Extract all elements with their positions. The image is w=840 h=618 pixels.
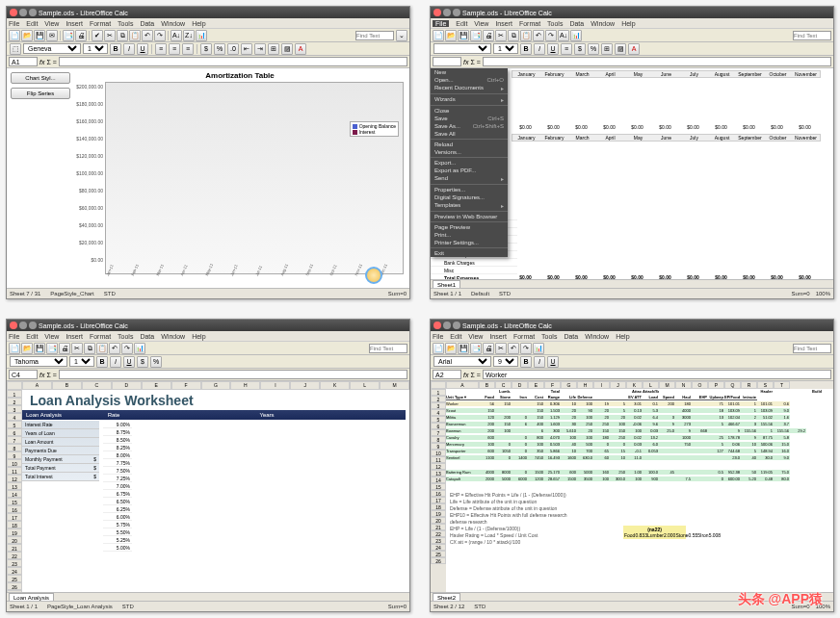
- menu-file[interactable]: File: [9, 20, 19, 27]
- menu-help[interactable]: Help: [621, 20, 635, 27]
- find-input[interactable]: [793, 344, 831, 353]
- italic-icon[interactable]: I: [110, 356, 121, 368]
- table-row[interactable]: Bowman20010063005.610201501501000.0325.0…: [446, 428, 806, 433]
- maximize-icon[interactable]: [453, 322, 460, 329]
- menubar[interactable]: File Edit View Insert Format Tools Data …: [7, 18, 409, 29]
- align-center-icon[interactable]: ≡: [169, 43, 180, 55]
- menu-item[interactable]: SaveCtrl+S: [431, 115, 508, 122]
- menu-window[interactable]: Window: [161, 20, 185, 27]
- redo-icon[interactable]: ↷: [121, 343, 133, 354]
- menu-insert[interactable]: Insert: [66, 333, 83, 340]
- close-icon[interactable]: [10, 322, 17, 329]
- fx-icon[interactable]: fx: [463, 59, 468, 65]
- fontsize-select[interactable]: 9: [493, 356, 518, 367]
- sum-icon[interactable]: Σ: [470, 372, 474, 378]
- menu-data[interactable]: Data: [569, 20, 584, 27]
- pdf-icon[interactable]: 📑: [470, 343, 482, 354]
- chart-plot-area[interactable]: Opening Balance Interest: [105, 82, 404, 274]
- formula-input[interactable]: [483, 370, 831, 379]
- menu-format[interactable]: Format: [519, 20, 540, 27]
- menu-item[interactable]: Send▸: [431, 174, 508, 183]
- maximize-icon[interactable]: [29, 9, 37, 16]
- align-left-icon[interactable]: ≡: [155, 43, 167, 55]
- italic-icon[interactable]: I: [123, 43, 135, 55]
- cut-icon[interactable]: ✂: [495, 30, 507, 41]
- font-select[interactable]: Geneva: [23, 43, 81, 54]
- table-row[interactable]: Mercenary100001000.50340500000.036.07505…: [446, 442, 790, 447]
- italic-icon[interactable]: I: [534, 356, 545, 368]
- loan-inputs-panel[interactable]: Interest RateYears of LoanLoan AmountPay…: [22, 421, 99, 481]
- currency-icon[interactable]: $: [200, 43, 212, 55]
- copy-icon[interactable]: ⧉: [117, 30, 128, 41]
- find-next-icon[interactable]: ⌄: [396, 30, 407, 41]
- menu-item[interactable]: Properties...: [431, 186, 508, 193]
- open-icon[interactable]: 📂: [445, 343, 457, 354]
- fontcolor-icon[interactable]: A: [295, 43, 306, 55]
- chart-icon[interactable]: 📊: [570, 30, 582, 41]
- save-icon[interactable]: 💾: [34, 30, 45, 41]
- cell-reference-input[interactable]: [433, 370, 461, 379]
- sum-icon[interactable]: Σ: [46, 372, 50, 378]
- table-row[interactable]: Sentinel110001400745016.4931600630.06010…: [446, 455, 790, 460]
- menu-format[interactable]: Format: [90, 20, 111, 27]
- menu-data[interactable]: Data: [140, 20, 154, 27]
- minimize-icon[interactable]: [19, 9, 27, 16]
- formula-input[interactable]: [59, 370, 407, 379]
- menu-file[interactable]: File: [433, 20, 449, 27]
- menu-view[interactable]: View: [44, 20, 59, 27]
- menu-window[interactable]: Window: [591, 20, 615, 27]
- menu-item[interactable]: Page Preview: [431, 223, 508, 231]
- print-icon[interactable]: 🖨: [483, 343, 494, 354]
- redo-icon[interactable]: ↷: [520, 343, 532, 354]
- menu-format[interactable]: Format: [90, 333, 111, 340]
- menu-item[interactable]: Reload: [431, 141, 508, 148]
- flip-series-button[interactable]: Flip Series: [11, 88, 70, 99]
- menu-help[interactable]: Help: [192, 20, 205, 27]
- font-select[interactable]: Arial: [433, 356, 491, 367]
- menu-data[interactable]: Data: [564, 333, 578, 340]
- cut-icon[interactable]: ✂: [495, 343, 507, 354]
- titlebar[interactable]: Sample.ods - LibreOffice Calc: [431, 7, 833, 18]
- open-icon[interactable]: 📂: [445, 30, 457, 41]
- menu-view[interactable]: View: [474, 20, 488, 27]
- menu-item[interactable]: Exit: [431, 249, 508, 257]
- bgcolor-icon[interactable]: ▨: [281, 43, 293, 55]
- sheet-tabs-bar[interactable]: Sheet1: [431, 279, 833, 288]
- menu-help[interactable]: Help: [616, 333, 629, 340]
- font-select[interactable]: [433, 43, 491, 54]
- currency-icon[interactable]: $: [137, 356, 148, 368]
- table-row[interactable]: Battering Ram400080000150025.17060050001…: [446, 470, 790, 475]
- titlebar[interactable]: Sample.ods - LibreOffice Calc: [7, 320, 409, 331]
- equals-icon[interactable]: =: [477, 59, 481, 65]
- pdf-icon[interactable]: 📑: [470, 30, 482, 41]
- menu-item[interactable]: Wizards▸: [431, 95, 508, 104]
- menu-item[interactable]: Preview in Web Browser: [431, 213, 508, 220]
- maximize-icon[interactable]: [453, 9, 460, 16]
- menu-edit[interactable]: Edit: [456, 20, 467, 27]
- undo-icon[interactable]: ↶: [533, 30, 544, 41]
- minimize-icon[interactable]: [19, 322, 27, 329]
- fontsize-select[interactable]: 10: [493, 43, 518, 54]
- menu-insert[interactable]: Insert: [489, 333, 507, 340]
- menu-format[interactable]: Format: [513, 333, 535, 340]
- email-icon[interactable]: ✉: [46, 30, 58, 41]
- cell-reference-input[interactable]: [9, 57, 38, 66]
- menu-window[interactable]: Window: [585, 333, 609, 340]
- undo-icon[interactable]: ↶: [109, 343, 120, 354]
- file-menu-dropdown[interactable]: NewOpen...Ctrl+ORecent Documents▸Wizards…: [431, 68, 508, 257]
- italic-icon[interactable]: I: [534, 43, 545, 55]
- equals-icon[interactable]: =: [53, 59, 57, 65]
- print-icon[interactable]: 🖨: [483, 30, 494, 41]
- spellcheck-icon[interactable]: ✔: [92, 30, 103, 41]
- menu-item[interactable]: Versions...: [431, 148, 508, 156]
- underline-icon[interactable]: U: [547, 43, 559, 55]
- cell-reference-input[interactable]: [9, 370, 38, 379]
- sort-asc-icon[interactable]: A↓: [171, 30, 182, 41]
- menu-data[interactable]: Data: [140, 333, 154, 340]
- sheet-tab[interactable]: Loan Analysis: [9, 593, 54, 601]
- formula-input[interactable]: [483, 57, 831, 66]
- table-row[interactable]: Militia12020001501.1292010020200.026.433…: [446, 415, 790, 420]
- find-input[interactable]: [369, 344, 407, 353]
- chart-style-button[interactable]: Chart Styl...: [11, 72, 70, 84]
- chart-icon[interactable]: 📊: [134, 343, 145, 354]
